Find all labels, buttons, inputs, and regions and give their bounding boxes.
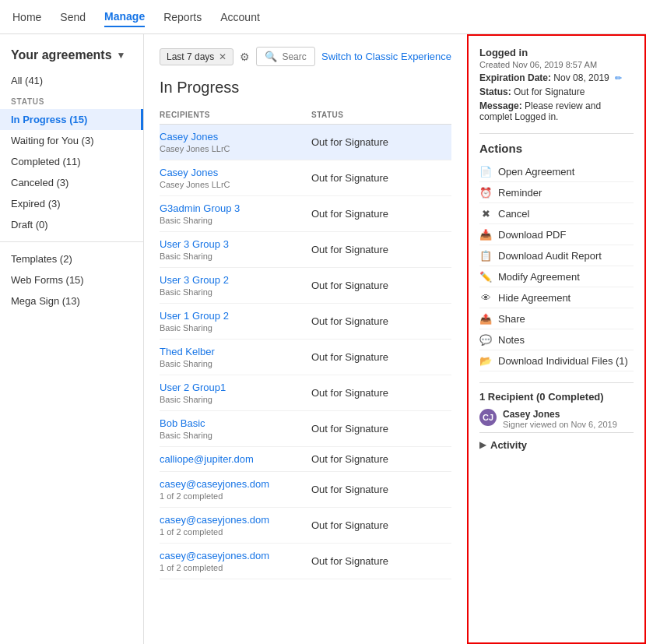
recipient-col: Thed Kelber Basic Sharing bbox=[160, 346, 311, 368]
recipient-col: calliope@jupiter.dom bbox=[160, 453, 311, 465]
action-label: Download Audit Report bbox=[498, 250, 602, 262]
action-label: Hide Agreement bbox=[498, 292, 571, 304]
sidebar-item-in-progress[interactable]: In Progress (15) bbox=[0, 109, 143, 130]
status-col: Out for Signature bbox=[311, 280, 451, 291]
sidebar-item-waiting[interactable]: Waiting for You (3) bbox=[0, 130, 143, 151]
recipient-name: Casey Jones bbox=[503, 409, 617, 420]
action-icon: 📤 bbox=[479, 312, 492, 325]
close-icon[interactable]: ✕ bbox=[219, 51, 226, 62]
nav-reports[interactable]: Reports bbox=[163, 8, 202, 26]
action-icon: 📋 bbox=[479, 249, 492, 262]
action-icon: 📄 bbox=[479, 165, 492, 178]
recipient-org: 1 of 2 completed bbox=[160, 491, 311, 501]
action-item[interactable]: ⏰ Reminder bbox=[479, 182, 634, 203]
sidebar-item-canceled[interactable]: Canceled (3) bbox=[0, 172, 143, 193]
panel-logged-in-title: Logged in bbox=[479, 47, 634, 58]
nav-home[interactable]: Home bbox=[12, 8, 41, 26]
recipient-name: Casey Jones bbox=[160, 131, 311, 143]
activity-row[interactable]: ▶ Activity bbox=[479, 432, 634, 457]
status-section-label: STATUS bbox=[0, 91, 143, 109]
table-row[interactable]: casey@caseyjones.dom 1 of 2 completed Ou… bbox=[160, 472, 451, 508]
action-item[interactable]: 👁 Hide Agreement bbox=[479, 287, 634, 308]
status-col: Out for Signature bbox=[311, 423, 451, 435]
recipient-col: Casey Jones Casey Jones LLrC bbox=[160, 131, 311, 153]
action-item[interactable]: ✏️ Modify Agreement bbox=[479, 266, 634, 287]
nav-send[interactable]: Send bbox=[60, 8, 86, 26]
nav-manage[interactable]: Manage bbox=[104, 7, 145, 27]
panel-created: Created Nov 06, 2019 8:57 AM bbox=[479, 60, 634, 69]
panel-logged-in: Logged in Created Nov 06, 2019 8:57 AM E… bbox=[479, 47, 634, 122]
recipient-col: Casey Jones Casey Jones LLrC bbox=[160, 167, 311, 189]
table-row[interactable]: User 3 Group 3 Basic Sharing Out for Sig… bbox=[160, 232, 451, 268]
recipient-col: User 3 Group 3 Basic Sharing bbox=[160, 238, 311, 261]
action-item[interactable]: 📂 Download Individual Files (1) bbox=[479, 350, 634, 371]
recipient-org: Basic Sharing bbox=[160, 252, 311, 261]
action-label: Download Individual Files (1) bbox=[498, 355, 628, 367]
recipient-col: User 2 Group1 Basic Sharing bbox=[160, 382, 311, 404]
sidebar-item-completed[interactable]: Completed (11) bbox=[0, 151, 143, 172]
right-panel: Logged in Created Nov 06, 2019 8:57 AM E… bbox=[467, 34, 646, 644]
sidebar-item-templates[interactable]: Templates (2) bbox=[0, 248, 143, 269]
nav-account[interactable]: Account bbox=[220, 8, 260, 26]
table-row[interactable]: User 1 Group 2 Basic Sharing Out for Sig… bbox=[160, 304, 451, 340]
table-row[interactable]: User 3 Group 2 Basic Sharing Out for Sig… bbox=[160, 268, 451, 304]
action-item[interactable]: 📥 Download PDF bbox=[479, 224, 634, 245]
status-col: Out for Signature bbox=[311, 555, 451, 567]
action-item[interactable]: 💬 Notes bbox=[479, 329, 634, 350]
status-col: Out for Signature bbox=[311, 387, 451, 399]
recipient-org: Basic Sharing bbox=[160, 395, 311, 404]
table-row[interactable]: Thed Kelber Basic Sharing Out for Signat… bbox=[160, 340, 451, 375]
table-row[interactable]: Casey Jones Casey Jones LLrC Out for Sig… bbox=[160, 125, 451, 160]
action-icon: ✖ bbox=[479, 207, 492, 220]
action-item[interactable]: ✖ Cancel bbox=[479, 203, 634, 224]
recipient-org: 1 of 2 completed bbox=[160, 563, 311, 572]
col-header-status: STATUS bbox=[311, 111, 451, 119]
recipient-name: casey@caseyjones.dom bbox=[160, 550, 311, 561]
table-row[interactable]: User 2 Group1 Basic Sharing Out for Sign… bbox=[160, 375, 451, 411]
activity-label: Activity bbox=[490, 439, 527, 451]
panel-actions: Actions 📄 Open Agreement ⏰ Reminder ✖ Ca… bbox=[479, 142, 634, 371]
agreements-list: Casey Jones Casey Jones LLrC Out for Sig… bbox=[160, 125, 451, 579]
action-item[interactable]: 📄 Open Agreement bbox=[479, 161, 634, 182]
recipient-viewed-date: Signer viewed on Nov 6, 2019 bbox=[503, 420, 617, 429]
filter-bar: Last 7 days ✕ ⚙ 🔍 Switch to Classic Expe… bbox=[160, 47, 451, 66]
table-row[interactable]: Casey Jones Casey Jones LLrC Out for Sig… bbox=[160, 160, 451, 196]
table-row[interactable]: calliope@jupiter.dom Out for Signature bbox=[160, 447, 451, 472]
action-item[interactable]: 📋 Download Audit Report bbox=[479, 245, 634, 266]
filter-icon[interactable]: ⚙ bbox=[240, 51, 250, 63]
recipient-name: Casey Jones bbox=[160, 167, 311, 178]
status-col: Out for Signature bbox=[311, 244, 451, 255]
sidebar-item-web-forms[interactable]: Web Forms (15) bbox=[0, 269, 143, 290]
action-icon: 📂 bbox=[479, 354, 492, 367]
action-icon: 👁 bbox=[479, 291, 492, 304]
action-icon: 💬 bbox=[479, 333, 492, 346]
actions-list: 📄 Open Agreement ⏰ Reminder ✖ Cancel 📥 D… bbox=[479, 161, 634, 371]
recipient-name: User 2 Group1 bbox=[160, 382, 311, 393]
your-agreements-header[interactable]: Your agreements ▼ bbox=[0, 44, 143, 70]
sidebar-item-draft[interactable]: Draft (0) bbox=[0, 214, 143, 235]
table-row[interactable]: casey@caseyjones.dom 1 of 2 completed Ou… bbox=[160, 508, 451, 544]
recipient-count: 1 Recipient (0 Completed) bbox=[479, 391, 634, 403]
chevron-right-icon: ▶ bbox=[479, 440, 486, 450]
action-item[interactable]: 📤 Share bbox=[479, 308, 634, 329]
sidebar-item-mega-sign[interactable]: Mega Sign (13) bbox=[0, 290, 143, 311]
recipient-name: User 3 Group 2 bbox=[160, 274, 311, 286]
actions-title: Actions bbox=[479, 142, 634, 155]
your-agreements-label: Your agreements bbox=[11, 48, 112, 62]
sidebar-item-expired[interactable]: Expired (3) bbox=[0, 193, 143, 214]
sidebar-item-all[interactable]: All (41) bbox=[0, 70, 143, 91]
search-input[interactable] bbox=[282, 51, 307, 62]
classic-link[interactable]: Switch to Classic Experience bbox=[321, 51, 451, 62]
recipient-name: G3admin Group 3 bbox=[160, 202, 311, 214]
table-row[interactable]: casey@caseyjones.dom 1 of 2 completed Ou… bbox=[160, 544, 451, 579]
panel-divider-1 bbox=[479, 133, 634, 134]
filter-tag-last7days[interactable]: Last 7 days ✕ bbox=[160, 48, 233, 65]
edit-icon[interactable]: ✏ bbox=[615, 73, 622, 83]
table-row[interactable]: Bob Basic Basic Sharing Out for Signatur… bbox=[160, 411, 451, 447]
recipient-info: Casey Jones Signer viewed on Nov 6, 2019 bbox=[503, 409, 617, 429]
recipient-col: casey@caseyjones.dom 1 of 2 completed bbox=[160, 478, 311, 501]
table-row[interactable]: G3admin Group 3 Basic Sharing Out for Si… bbox=[160, 196, 451, 232]
recipient-name: Thed Kelber bbox=[160, 346, 311, 357]
sidebar: Your agreements ▼ All (41) STATUS In Pro… bbox=[0, 34, 144, 644]
search-box[interactable]: 🔍 bbox=[256, 47, 315, 66]
